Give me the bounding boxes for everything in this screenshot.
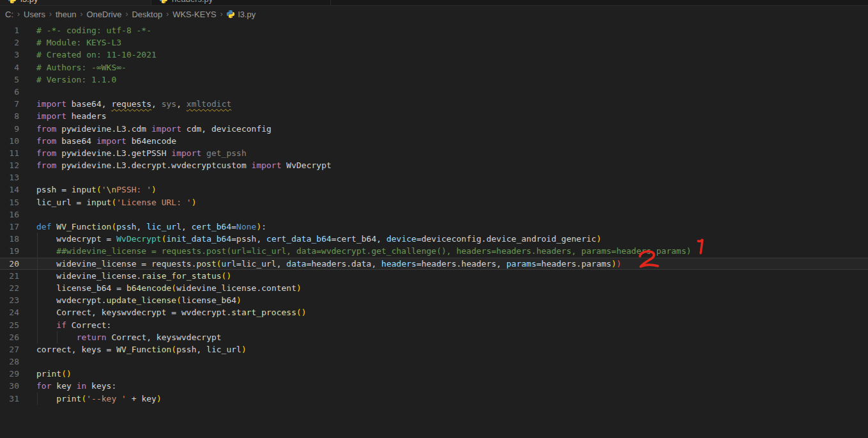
line-number: 16 (0, 208, 19, 221)
line-number: 8 (0, 110, 19, 122)
code-line[interactable]: 10from base64 import b64encode (0, 135, 868, 147)
code-line-text: pssh = input('\nPSSH: ') (36, 184, 156, 196)
chevron-right-icon: › (122, 10, 131, 19)
line-number: 20 (0, 258, 19, 270)
code-line-text: import base64, requests, sys, xmltodict (36, 98, 231, 110)
python-file-icon (159, 0, 168, 4)
tab-l3py[interactable]: l3.py (0, 0, 151, 6)
code-line-text: correct, keys = WV_Function(pssh, lic_ur… (36, 343, 247, 356)
code-line-text: wvdecrypt = WvDecrypt(init_data_b64=pssh… (36, 233, 601, 245)
line-number: 6 (0, 86, 19, 98)
tab-label: l3.py (20, 0, 38, 4)
line-number: 10 (0, 135, 19, 147)
breadcrumb-file-label: l3.py (238, 10, 255, 19)
line-number: 2 (0, 36, 19, 49)
line-number: 4 (0, 61, 19, 74)
code-line-text: def WV_Function(pssh, lic_url, cert_b64=… (36, 221, 266, 233)
code-line[interactable]: 24 Correct, keyswvdecrypt = wvdecrypt.st… (0, 306, 868, 318)
line-number: 29 (0, 368, 19, 380)
chevron-right-icon: › (217, 10, 226, 19)
editor-tab-bar: l3.py headers.py (0, 0, 868, 6)
code-line[interactable]: 9from pywidevine.L3.cdm import cdm, devi… (0, 123, 868, 135)
line-number: 25 (0, 319, 19, 331)
code-line[interactable]: 1# -*- coding: utf-8 -*- (0, 24, 868, 36)
line-number: 24 (0, 306, 19, 318)
code-line-text: import headers (36, 110, 107, 122)
code-line-text: # Version: 1.1.0 (36, 74, 116, 86)
code-line[interactable]: 4# Authors: -∞WKS∞- (0, 61, 868, 74)
code-line[interactable]: 5# Version: 1.1.0 (0, 74, 868, 86)
code-line-text: license_b64 = b64encode(widevine_license… (36, 282, 301, 294)
code-line[interactable]: 13 (0, 171, 868, 184)
code-line[interactable]: 15lic_url = input('License URL: ') (0, 196, 868, 208)
breadcrumb: C:›Users›theun›OneDrive›Desktop›WKS-KEYS… (0, 6, 868, 22)
code-line[interactable]: 14pssh = input('\nPSSH: ') (0, 184, 868, 196)
code-line[interactable]: 30for key in keys: (0, 380, 868, 392)
breadcrumb-item[interactable]: OneDrive (86, 10, 123, 19)
code-line-text: for key in keys: (36, 380, 116, 392)
code-line[interactable]: 22 license_b64 = b64encode(widevine_lice… (0, 282, 868, 294)
code-line-text: from pywidevine.L3.cdm import cdm, devic… (36, 123, 271, 135)
line-number: 21 (0, 270, 19, 282)
code-line[interactable]: 2# Module: KEYS-L3 (0, 36, 868, 49)
code-line-text: from pywidevine.L3.getPSSH import get_ps… (36, 147, 247, 159)
line-number: 15 (0, 196, 19, 208)
line-number: 3 (0, 49, 19, 61)
code-line-text: # Module: KEYS-L3 (36, 36, 121, 49)
line-number: 13 (0, 171, 19, 184)
code-line-text: widevine_license.raise_for_status() (36, 270, 231, 282)
code-line[interactable]: 18 wvdecrypt = WvDecrypt(init_data_b64=p… (0, 233, 868, 245)
line-number: 30 (0, 380, 19, 392)
breadcrumb-item[interactable]: C: (4, 10, 14, 19)
code-line[interactable]: 20 widevine_license = requests.post(url=… (0, 258, 868, 270)
code-line-text: wvdecrypt.update_license(license_b64) (36, 294, 241, 306)
line-number: 18 (0, 233, 19, 245)
code-line[interactable]: 7import base64, requests, sys, xmltodict (0, 98, 868, 110)
code-editor[interactable]: 1# -*- coding: utf-8 -*-2# Module: KEYS-… (0, 22, 868, 405)
line-number: 26 (0, 331, 19, 343)
code-line[interactable]: 3# Created on: 11-10-2021 (0, 49, 868, 61)
tab-label: headers.py (172, 0, 213, 4)
line-number: 19 (0, 245, 19, 257)
code-line-text: lic_url = input('License URL: ') (36, 196, 196, 208)
code-line[interactable]: 12from pywidevine.L3.decrypt.wvdecryptcu… (0, 159, 868, 171)
breadcrumb-path: C:›Users›theun›OneDrive›Desktop›WKS-KEYS… (4, 10, 226, 19)
code-line[interactable]: 23 wvdecrypt.update_license(license_b64) (0, 294, 868, 306)
code-line[interactable]: 19 ##widevine_license = requests.post(ur… (0, 245, 868, 257)
line-number: 17 (0, 221, 19, 233)
code-line[interactable]: 28 (0, 356, 868, 368)
line-number: 22 (0, 282, 19, 294)
code-line-text: from pywidevine.L3.decrypt.wvdecryptcust… (36, 159, 331, 171)
code-line[interactable]: 27correct, keys = WV_Function(pssh, lic_… (0, 343, 868, 356)
code-line[interactable]: 26 return Correct, keyswvdecrypt (0, 331, 868, 343)
code-line[interactable]: 31 print('--key ' + key) (0, 393, 868, 405)
code-line-text: ##widevine_license = requests.post(url=l… (36, 245, 691, 257)
breadcrumb-item[interactable]: theun (55, 10, 77, 19)
line-number: 5 (0, 74, 19, 86)
breadcrumb-file[interactable]: l3.py (226, 10, 255, 19)
python-file-icon (8, 0, 17, 4)
tab-headerspy[interactable]: headers.py (151, 0, 331, 6)
code-line-text: if Correct: (36, 319, 111, 331)
line-number: 9 (0, 123, 19, 135)
python-file-icon (226, 10, 235, 19)
code-line[interactable]: 16 (0, 208, 868, 221)
line-number: 14 (0, 184, 19, 196)
code-line[interactable]: 6 (0, 86, 868, 98)
breadcrumb-item[interactable]: Desktop (131, 10, 163, 19)
breadcrumb-item[interactable]: WKS-KEYS (172, 10, 217, 19)
code-line[interactable]: 29print() (0, 368, 868, 380)
line-number: 11 (0, 147, 19, 159)
chevron-right-icon: › (14, 10, 23, 19)
code-line[interactable]: 8import headers (0, 110, 868, 122)
code-line[interactable]: 11from pywidevine.L3.getPSSH import get_… (0, 147, 868, 159)
code-line-text: # -*- coding: utf-8 -*- (36, 24, 151, 36)
code-line-text: print() (36, 368, 72, 380)
code-line[interactable]: 21 widevine_license.raise_for_status() (0, 270, 868, 282)
line-number: 28 (0, 356, 19, 368)
code-line-text: return Correct, keyswvdecrypt (36, 331, 222, 343)
code-line-text: widevine_license = requests.post(url=lic… (36, 258, 621, 270)
breadcrumb-item[interactable]: Users (23, 10, 46, 19)
code-line[interactable]: 17def WV_Function(pssh, lic_url, cert_b6… (0, 221, 868, 233)
code-line[interactable]: 25 if Correct: (0, 319, 868, 331)
